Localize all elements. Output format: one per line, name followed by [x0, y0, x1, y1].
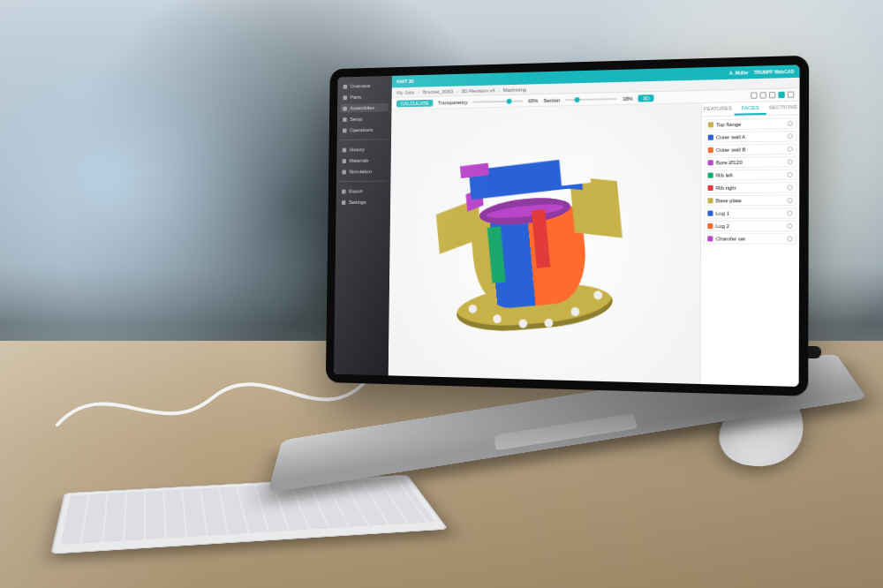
list-item[interactable]: Rib left	[704, 170, 796, 181]
tag-icon	[343, 159, 347, 163]
list-item[interactable]: Bore Ø120	[705, 156, 797, 168]
panel-tab-sections[interactable]: SECTIONS	[766, 102, 799, 115]
main-area: PART 3D A. Müller TRUMPF WebCAD My Jobs›…	[389, 64, 800, 387]
breadcrumb-item[interactable]: 3D Revision v4	[461, 87, 494, 94]
fit-view-icon[interactable]	[751, 92, 757, 98]
list-item[interactable]: Outer wall B	[705, 143, 797, 155]
color-swatch-icon	[707, 211, 713, 216]
sidebar-item-label: Setup	[350, 117, 362, 122]
laptop-lid: OverviewPartsAssembliesSetupOperationsHi…	[326, 56, 809, 396]
sidebar-item-clock[interactable]: History	[340, 145, 388, 154]
sidebar-item-label: Assemblies	[350, 105, 374, 110]
sidebar-separator	[340, 139, 388, 140]
sidebar-item-gear2[interactable]: Settings	[339, 198, 387, 207]
faces-list: Top flangeOuter wall AOuter wall BBore Ø…	[700, 115, 799, 387]
sidebar-item-layers[interactable]: Assemblies	[341, 103, 389, 113]
section-slider[interactable]	[565, 98, 617, 101]
transparency-slider[interactable]	[472, 100, 523, 102]
cube-icon	[343, 95, 348, 100]
sidebar-item-label: Simulation	[349, 169, 371, 174]
face-name: Outer wall B	[716, 147, 746, 153]
color-swatch-icon	[708, 122, 713, 127]
visibility-toggle-icon[interactable]	[787, 223, 792, 229]
visibility-toggle-icon[interactable]	[787, 236, 792, 241]
visibility-toggle-icon[interactable]	[788, 185, 793, 190]
list-item[interactable]: Base plate	[704, 195, 796, 207]
sidebar-item-list[interactable]: Operations	[340, 125, 388, 135]
workzone: FEATURESFACESSECTIONS Top flangeOuter wa…	[389, 102, 800, 387]
list-item[interactable]: Chamfer set	[704, 233, 796, 245]
sidebar-item-gear[interactable]: Setup	[340, 114, 388, 124]
layers-icon	[343, 106, 347, 110]
gear2-icon	[342, 200, 346, 205]
color-swatch-icon	[707, 223, 713, 229]
sidebar-item-label: Operations	[350, 127, 374, 132]
part-lug-right[interactable]	[570, 177, 623, 238]
cad-part[interactable]	[429, 150, 631, 344]
color-swatch-icon	[708, 173, 713, 178]
color-swatch-icon	[708, 160, 713, 165]
slider1-value: 65%	[528, 98, 539, 103]
sidebar-item-home[interactable]: Overview	[341, 81, 389, 91]
panel-tab-features[interactable]: FEATURES	[702, 102, 735, 116]
face-name: Rib left	[716, 172, 733, 177]
viewport-3d[interactable]	[389, 103, 701, 384]
sidebar-item-tag[interactable]: Materials	[340, 156, 388, 165]
sidebar-item-download[interactable]: Export	[339, 186, 387, 195]
titlebar-brand: TRUMPF WebCAD	[754, 69, 794, 75]
face-name: Outer wall A	[716, 134, 745, 140]
sidebar-item-label: Export	[349, 189, 363, 194]
visibility-toggle-icon[interactable]	[788, 121, 793, 126]
sidebar-separator	[340, 181, 388, 182]
color-swatch-icon	[707, 236, 713, 241]
sidebar-item-label: History	[350, 147, 365, 152]
sidebar-item-cube[interactable]: Parts	[341, 92, 389, 102]
list-item[interactable]: Rib right	[704, 182, 796, 193]
visibility-toggle-icon[interactable]	[788, 159, 793, 164]
color-swatch-icon	[708, 135, 713, 140]
panel-tab-faces[interactable]: FACES	[734, 102, 766, 116]
list-item[interactable]: Outer wall A	[705, 131, 797, 143]
photo-scene: OverviewPartsAssembliesSetupOperationsHi…	[0, 0, 883, 588]
sidebar: OverviewPartsAssembliesSetupOperationsHi…	[334, 76, 392, 375]
face-name: Lug 2	[715, 223, 728, 229]
sidebar-item-bolt[interactable]: Simulation	[340, 167, 388, 176]
list-item[interactable]: Lug 2	[704, 221, 796, 231]
titlebar-left: PART 3D	[396, 79, 413, 84]
visibility-toggle-icon[interactable]	[788, 172, 793, 177]
bolt-icon	[342, 170, 346, 174]
titlebar-user[interactable]: A. Müller	[729, 70, 749, 76]
face-name: Base plate	[716, 198, 742, 203]
part-top-flange[interactable]	[469, 159, 572, 200]
face-name: Chamfer set	[715, 236, 745, 241]
visibility-toggle-icon[interactable]	[788, 147, 793, 152]
breadcrumb-item[interactable]: Machining	[503, 87, 526, 93]
home-icon	[343, 84, 348, 88]
part-cutout[interactable]	[559, 153, 591, 186]
list-item[interactable]: Top flange	[705, 117, 797, 130]
download-icon	[342, 189, 346, 193]
laptop-screen: OverviewPartsAssembliesSetupOperationsHi…	[334, 64, 800, 387]
rotate-icon[interactable]	[760, 92, 766, 98]
shade-icon[interactable]	[788, 92, 794, 98]
face-name: Bore Ø120	[716, 160, 743, 165]
list-item[interactable]: Lug 1	[704, 207, 796, 219]
slider2-label: Section	[543, 97, 560, 102]
calculate-button[interactable]: CALCULATE	[396, 99, 433, 107]
sidebar-item-label: Parts	[351, 94, 362, 100]
color-swatch-icon	[707, 185, 713, 191]
pan-icon[interactable]	[769, 92, 775, 98]
visibility-toggle-icon[interactable]	[787, 210, 792, 215]
sidebar-item-label: Overview	[351, 83, 371, 88]
visibility-toggle-icon[interactable]	[788, 133, 793, 139]
breadcrumb-item[interactable]: Bracket_0063	[423, 88, 453, 94]
cad-app: OverviewPartsAssembliesSetupOperationsHi…	[334, 64, 800, 387]
visibility-toggle-icon[interactable]	[788, 198, 793, 203]
breadcrumb-item[interactable]: My Jobs	[396, 89, 415, 94]
face-name: Top flange	[716, 122, 741, 128]
measure-icon[interactable]	[778, 92, 784, 98]
chevron-right-icon: ›	[457, 88, 458, 94]
view-3d-toggle[interactable]: 3D	[638, 94, 654, 102]
list-icon	[343, 128, 347, 132]
slider2-value: 18%	[623, 95, 633, 101]
